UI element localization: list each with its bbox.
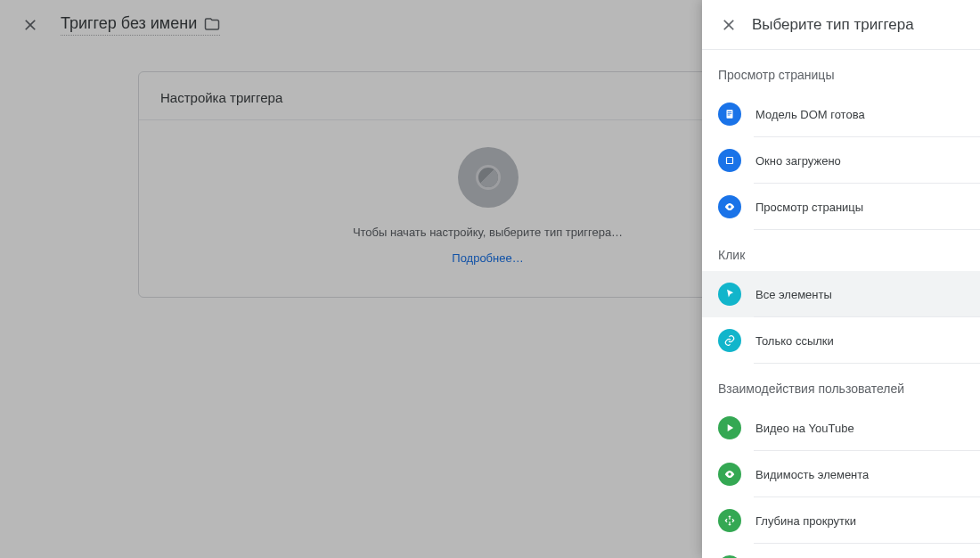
cursor-icon	[718, 283, 741, 306]
section-label: Клик	[702, 230, 980, 271]
link-icon	[718, 329, 741, 352]
learn-more-link[interactable]: Подробнее…	[452, 251, 523, 265]
section-label: Просмотр страницы	[702, 50, 980, 91]
divider	[754, 363, 980, 364]
trigger-name-field[interactable]: Триггер без имени	[61, 14, 220, 36]
trigger-option-links-only[interactable]: Только ссылки	[702, 317, 980, 364]
svg-rect-3	[728, 115, 731, 116]
trigger-option-dom-ready[interactable]: Модель DOM готова	[702, 91, 980, 137]
placeholder-icon	[458, 147, 519, 208]
close-icon	[720, 16, 738, 34]
panel-header: Выберите тип триггера	[702, 0, 980, 50]
trigger-option-youtube-video[interactable]: Видео на YouTube	[702, 405, 980, 451]
trigger-type-panel: Выберите тип триггера Просмотр страницыМ…	[702, 0, 980, 558]
svg-point-6	[728, 472, 731, 476]
trigger-option-label: Видимость элемента	[755, 468, 869, 481]
square-icon	[718, 149, 741, 172]
svg-rect-2	[728, 113, 732, 114]
trigger-option-label: Окно загружено	[755, 154, 841, 168]
svg-point-5	[728, 205, 731, 209]
trigger-option-label: Модель DOM готова	[755, 108, 865, 121]
svg-rect-0	[727, 110, 733, 118]
eye-icon	[718, 195, 741, 218]
trigger-option-element-visibility[interactable]: Видимость элемента	[702, 451, 980, 497]
trigger-option-label: Видео на YouTube	[755, 422, 854, 435]
panel-title: Выберите тип триггера	[752, 16, 914, 34]
scroll-icon	[718, 509, 741, 532]
doc-icon	[718, 103, 741, 126]
trigger-option-label: Только ссылки	[755, 334, 834, 348]
panel-body[interactable]: Просмотр страницыМодель DOM готоваОкно з…	[702, 50, 980, 558]
trigger-option-window-loaded[interactable]: Окно загружено	[702, 137, 980, 184]
eye-icon	[718, 463, 741, 486]
panel-close-button[interactable]	[711, 7, 747, 43]
trigger-option-all-elements[interactable]: Все элементы	[702, 271, 980, 317]
trigger-option-page-view[interactable]: Просмотр страницы	[702, 184, 980, 230]
trigger-option-label: Просмотр страницы	[755, 201, 863, 214]
folder-icon	[204, 16, 220, 32]
svg-rect-4	[727, 158, 733, 164]
trigger-option-form-submit[interactable]: Отправка формы	[702, 544, 980, 558]
close-icon	[21, 16, 39, 34]
trigger-option-scroll-depth[interactable]: Глубина прокрутки	[702, 497, 980, 544]
section-label: Взаимодействия пользователей	[702, 364, 980, 405]
hint-text: Чтобы начать настройку, выберите тип три…	[353, 226, 623, 239]
trigger-name-text: Триггер без имени	[61, 14, 197, 33]
svg-rect-1	[728, 111, 732, 112]
trigger-option-label: Глубина прокрутки	[755, 514, 856, 528]
trigger-option-label: Все элементы	[755, 288, 832, 301]
play-icon	[718, 416, 741, 439]
divider	[754, 229, 980, 230]
close-button[interactable]	[12, 7, 48, 43]
